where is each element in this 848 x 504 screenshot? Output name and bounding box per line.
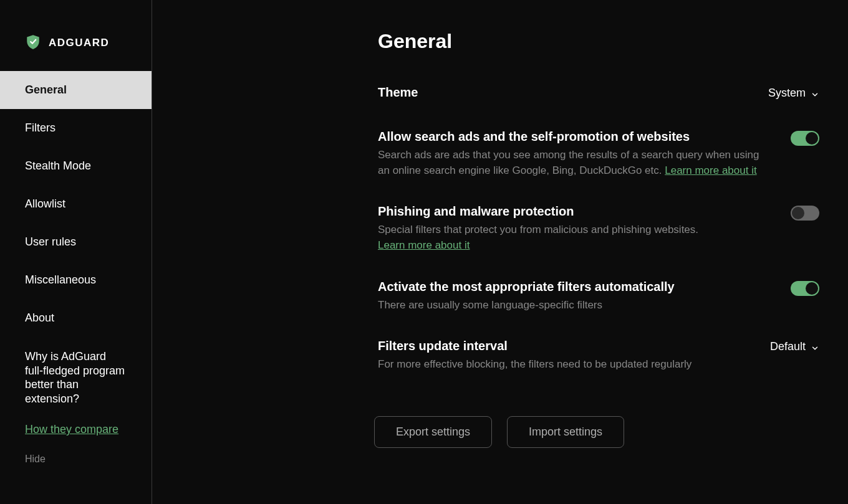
setting-search-ads: Allow search ads and the self-promotion … bbox=[378, 130, 819, 178]
theme-select[interactable]: System bbox=[768, 85, 819, 100]
sidebar-item-allowlist[interactable]: Allowlist bbox=[0, 185, 152, 223]
autofilters-toggle[interactable] bbox=[791, 281, 819, 296]
export-settings-button[interactable]: Export settings bbox=[374, 416, 492, 448]
chevron-down-icon bbox=[811, 89, 819, 98]
update-interval-title: Filters update interval bbox=[378, 339, 691, 353]
sidebar: ADGUARD General Filters Stealth Mode All… bbox=[0, 0, 152, 504]
main-content: General Theme System Allow search ads an… bbox=[152, 0, 848, 504]
theme-label: Theme bbox=[378, 85, 418, 100]
sidebar-item-stealth-mode[interactable]: Stealth Mode bbox=[0, 147, 152, 185]
brand-name: ADGUARD bbox=[49, 37, 109, 49]
promo-hide-link[interactable]: Hide bbox=[0, 436, 152, 465]
setting-update-interval: Filters update interval For more effecti… bbox=[378, 339, 819, 373]
autofilters-title: Activate the most appropriate filters au… bbox=[378, 280, 675, 294]
phishing-learn-link[interactable]: Learn more about it bbox=[378, 239, 470, 251]
page-title: General bbox=[378, 30, 819, 53]
search-ads-learn-link[interactable]: Learn more about it bbox=[665, 164, 756, 176]
update-interval-value: Default bbox=[770, 340, 806, 353]
update-interval-select[interactable]: Default bbox=[770, 339, 819, 353]
import-settings-button[interactable]: Import settings bbox=[507, 416, 624, 448]
shield-icon bbox=[25, 34, 41, 52]
brand-logo: ADGUARD bbox=[0, 22, 152, 64]
theme-value: System bbox=[768, 87, 806, 100]
setting-theme: Theme System bbox=[378, 85, 819, 103]
chevron-down-icon bbox=[811, 343, 819, 351]
phishing-toggle[interactable] bbox=[791, 206, 819, 221]
setting-autofilters: Activate the most appropriate filters au… bbox=[378, 280, 819, 313]
setting-phishing: Phishing and malware protection Special … bbox=[378, 204, 819, 253]
settings-buttons: Export settings Import settings bbox=[374, 416, 819, 448]
sidebar-promo: Why is AdGuard full-fledged program bett… bbox=[0, 337, 152, 436]
phishing-title: Phishing and malware protection bbox=[378, 204, 698, 219]
promo-compare-link[interactable]: How they compare bbox=[25, 423, 118, 435]
search-ads-title: Allow search ads and the self-promotion … bbox=[378, 130, 764, 144]
phishing-desc: Special filters that protect you from ma… bbox=[378, 222, 698, 253]
sidebar-item-about[interactable]: About bbox=[0, 299, 152, 337]
autofilters-desc: There are usually some language-specific… bbox=[378, 298, 675, 313]
sidebar-nav: General Filters Stealth Mode Allowlist U… bbox=[0, 71, 152, 337]
update-interval-desc: For more effective blocking, the filters… bbox=[378, 357, 691, 373]
sidebar-item-general[interactable]: General bbox=[0, 71, 152, 109]
sidebar-item-user-rules[interactable]: User rules bbox=[0, 223, 152, 261]
sidebar-item-filters[interactable]: Filters bbox=[0, 109, 152, 147]
sidebar-item-miscellaneous[interactable]: Miscellaneous bbox=[0, 261, 152, 299]
promo-title: Why is AdGuard full-fledged program bett… bbox=[25, 349, 127, 406]
search-ads-toggle[interactable] bbox=[791, 131, 819, 146]
search-ads-desc: Search ads are ads that you see among th… bbox=[378, 148, 764, 178]
